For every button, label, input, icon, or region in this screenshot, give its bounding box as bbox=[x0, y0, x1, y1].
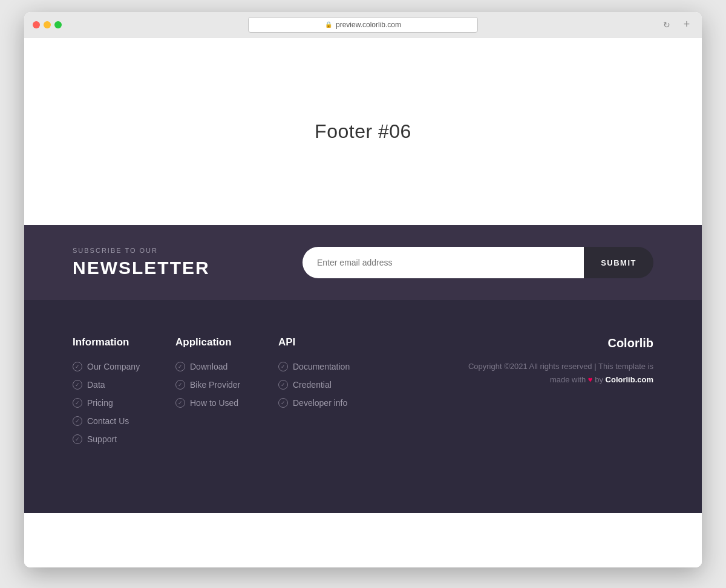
footer-col-api: API Documentation Credential Developer i… bbox=[278, 336, 381, 452]
list-item[interactable]: Pricing bbox=[73, 398, 175, 408]
link-text: Documentation bbox=[293, 362, 350, 371]
maximize-dot[interactable] bbox=[54, 21, 62, 28]
check-icon bbox=[73, 398, 82, 408]
check-icon bbox=[175, 362, 185, 371]
footer-col3-heading: API bbox=[278, 336, 381, 348]
link-text: Contact Us bbox=[87, 416, 129, 426]
footer-col-application: Application Download Bike Provider How t… bbox=[175, 336, 278, 452]
newsletter-title: NEWSLETTER bbox=[73, 258, 302, 278]
list-item[interactable]: Download bbox=[175, 362, 278, 371]
browser-chrome: 🔒 preview.colorlib.com ↻ + bbox=[24, 12, 702, 38]
page-content: Footer #06 SUBSCRIBE TO OUR NEWSLETTER S… bbox=[24, 38, 702, 567]
footer-col2-heading: Application bbox=[175, 336, 278, 348]
browser-dots bbox=[33, 21, 62, 28]
newsletter-left: SUBSCRIBE TO OUR NEWSLETTER bbox=[73, 247, 302, 278]
copyright-line2-pre: made with bbox=[550, 375, 588, 384]
new-tab-button[interactable]: + bbox=[680, 18, 693, 31]
list-item[interactable]: Bike Provider bbox=[175, 380, 278, 390]
list-item[interactable]: Documentation bbox=[278, 362, 381, 371]
copyright-line1: Copyright ©2021 All rights reserved | Th… bbox=[468, 362, 653, 371]
list-item[interactable]: How to Used bbox=[175, 398, 278, 408]
heart-icon: ♥ bbox=[588, 375, 593, 384]
address-text: preview.colorlib.com bbox=[336, 21, 401, 29]
copyright-text: Copyright ©2021 All rights reserved | Th… bbox=[468, 360, 653, 387]
copyright-line2-post: by bbox=[593, 375, 606, 384]
check-icon bbox=[175, 380, 185, 390]
bottom-white-area bbox=[24, 513, 702, 567]
check-icon bbox=[73, 380, 82, 390]
check-icon bbox=[278, 362, 288, 371]
newsletter-section: SUBSCRIBE TO OUR NEWSLETTER SUBMIT bbox=[24, 225, 702, 300]
copyright-link[interactable]: Colorlib.com bbox=[606, 375, 653, 384]
link-text: Data bbox=[87, 380, 105, 390]
link-text: Pricing bbox=[87, 398, 113, 408]
hero-section: Footer #06 bbox=[24, 38, 702, 225]
check-icon bbox=[278, 380, 288, 390]
footer-col-information: Information Our Company Data Pricing bbox=[73, 336, 175, 452]
close-dot[interactable] bbox=[33, 21, 40, 28]
list-item[interactable]: Data bbox=[73, 380, 175, 390]
check-icon bbox=[73, 362, 82, 371]
subscribe-label: SUBSCRIBE TO OUR bbox=[73, 247, 302, 254]
check-icon bbox=[73, 434, 82, 444]
list-item[interactable]: Support bbox=[73, 434, 175, 444]
list-item[interactable]: Our Company bbox=[73, 362, 175, 371]
refresh-icon[interactable]: ↻ bbox=[663, 20, 670, 30]
check-icon bbox=[73, 416, 82, 426]
list-item[interactable]: Credential bbox=[278, 380, 381, 390]
footer-columns: Information Our Company Data Pricing bbox=[73, 336, 653, 452]
newsletter-form: SUBMIT bbox=[302, 247, 653, 278]
check-icon bbox=[175, 398, 185, 408]
address-bar[interactable]: 🔒 preview.colorlib.com bbox=[248, 17, 478, 33]
link-text: Download bbox=[190, 362, 227, 371]
link-text: Developer info bbox=[293, 398, 347, 408]
link-text: How to Used bbox=[190, 398, 238, 408]
link-text: Our Company bbox=[87, 362, 140, 371]
hero-title: Footer #06 bbox=[315, 120, 411, 143]
email-input[interactable] bbox=[302, 247, 584, 278]
submit-button[interactable]: SUBMIT bbox=[584, 247, 653, 278]
footer-col1-heading: Information bbox=[73, 336, 175, 348]
footer-col-brand: Colorlib Copyright ©2021 All rights rese… bbox=[381, 336, 653, 452]
footer-section: Information Our Company Data Pricing bbox=[24, 300, 702, 513]
link-text: Bike Provider bbox=[190, 380, 240, 390]
minimize-dot[interactable] bbox=[44, 21, 51, 28]
link-text: Credential bbox=[293, 380, 332, 390]
browser-window: 🔒 preview.colorlib.com ↻ + Footer #06 SU… bbox=[24, 12, 702, 567]
lock-icon: 🔒 bbox=[325, 21, 332, 28]
list-item[interactable]: Contact Us bbox=[73, 416, 175, 426]
link-text: Support bbox=[87, 434, 117, 444]
brand-name: Colorlib bbox=[607, 336, 653, 350]
list-item[interactable]: Developer info bbox=[278, 398, 381, 408]
check-icon bbox=[278, 398, 288, 408]
